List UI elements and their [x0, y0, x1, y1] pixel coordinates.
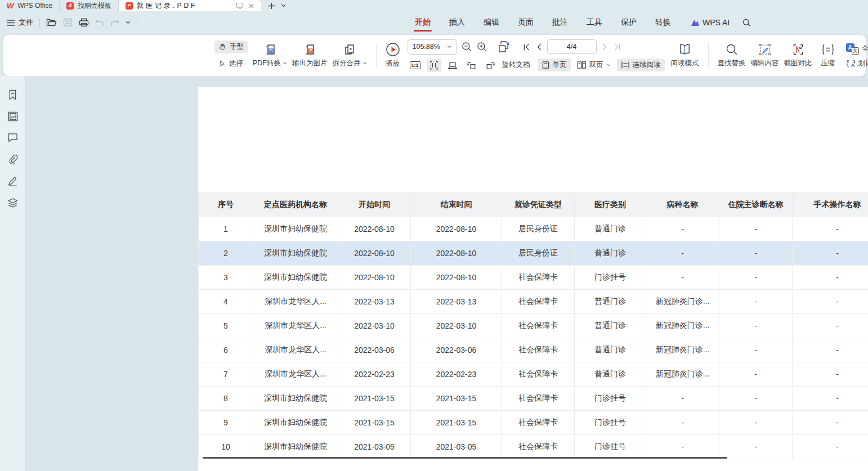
- table-cell: -: [793, 362, 868, 386]
- hand-tool-button[interactable]: 手型: [214, 41, 248, 53]
- split-merge-button[interactable]: 拆分合并: [333, 43, 367, 68]
- wps-ai-label: WPS AI: [703, 18, 730, 27]
- select-tool-button[interactable]: 选择: [214, 57, 248, 70]
- pdf-convert-button[interactable]: PDF转换: [253, 43, 287, 68]
- single-page-button[interactable]: 单页: [538, 59, 571, 71]
- word-translate-button[interactable]: x A 划词翻译: [846, 59, 868, 68]
- zoom-in-button[interactable]: [477, 42, 487, 52]
- ribbon-tab-edit[interactable]: 编辑: [482, 12, 500, 33]
- table-cell: 2022-03-06: [411, 338, 502, 362]
- zoom-out-button[interactable]: [462, 42, 472, 52]
- table-row: 1深圳市妇幼保健院2022-08-102022-08-10居民身份证普通门诊--…: [198, 217, 868, 241]
- actual-size-button[interactable]: 1:1: [408, 60, 423, 71]
- close-tab-icon[interactable]: [248, 3, 254, 9]
- next-page-button[interactable]: [601, 43, 609, 51]
- continuous-read-label: 连续阅读: [633, 60, 661, 70]
- tab-docer-templates[interactable]: d 找稻壳模板: [60, 0, 119, 11]
- table-cell: 2021-03-15: [338, 411, 411, 434]
- table-cell: 深圳市妇幼保健院: [253, 435, 338, 459]
- table-row: 9深圳市妇幼保健院2021-03-152021-03-15社会保障卡门诊挂号--…: [198, 411, 868, 435]
- full-text-translate-button[interactable]: A文 全文翻译: [846, 43, 868, 55]
- table-cell: -: [646, 435, 719, 459]
- bookmarks-icon[interactable]: [8, 89, 17, 100]
- wps-ai-button[interactable]: WPS AI: [691, 18, 730, 27]
- rotate-left-icon: [466, 60, 477, 70]
- present-to-screen-icon[interactable]: [236, 2, 244, 9]
- fit-page-button[interactable]: [445, 59, 460, 72]
- table-row: 7深圳市龙华区人...2022-02-232022-02-23社会保障卡普通门诊…: [198, 362, 868, 387]
- redo-icon[interactable]: [110, 19, 119, 26]
- refresh-pages-button[interactable]: [498, 41, 511, 53]
- table-cell: 2022-08-10: [411, 241, 502, 265]
- print-icon[interactable]: [79, 18, 89, 27]
- rotate-left-button[interactable]: [464, 59, 479, 72]
- table-cell: -: [719, 290, 793, 313]
- hamburger-menu-icon[interactable]: 文件: [7, 17, 33, 28]
- table-cell: 新冠肺炎门诊...: [646, 290, 719, 313]
- table-cell: 社会保障卡: [502, 387, 575, 410]
- last-page-button[interactable]: [613, 43, 621, 51]
- double-page-button[interactable]: 双页: [577, 60, 611, 70]
- table-cell: 社会保障卡: [502, 338, 575, 362]
- tab-list-chevron-icon[interactable]: [281, 4, 286, 7]
- table-cell: 10: [199, 435, 253, 459]
- ribbon-tab-protect[interactable]: 保护: [620, 12, 638, 33]
- ribbon-tab-page[interactable]: 页面: [517, 12, 535, 33]
- zoom-level-select[interactable]: 105.88%: [408, 39, 457, 55]
- file-menu-label: 文件: [19, 17, 33, 28]
- table-cell: 2021-03-15: [411, 411, 502, 434]
- find-replace-button[interactable]: 查找替换: [718, 43, 746, 68]
- ribbon-tab-tools[interactable]: 工具: [585, 12, 603, 33]
- ribbon-tab-comment[interactable]: 批注: [551, 12, 569, 33]
- play-icon: [386, 42, 400, 57]
- open-file-icon[interactable]: [46, 18, 57, 27]
- table-cell: 新冠肺炎门诊...: [646, 314, 719, 338]
- chevron-down-icon: [606, 64, 611, 66]
- svg-text:x: x: [846, 59, 849, 64]
- save-icon[interactable]: [63, 18, 73, 27]
- ribbon-tab-convert[interactable]: 转换: [654, 12, 672, 33]
- table-cell: 门诊挂号: [575, 411, 646, 434]
- ribbon-tab-home[interactable]: 开始: [414, 12, 432, 33]
- new-tab-icon[interactable]: [268, 2, 275, 10]
- continuous-read-button[interactable]: 连续阅读: [617, 59, 665, 71]
- pdf-page[interactable]: 序号 定点医药机构名称 开始时间 结束时间 就诊凭证类型 医疗类别 病种名称 住…: [198, 87, 868, 471]
- tab-wps-office[interactable]: W WPS Office: [0, 0, 60, 11]
- ribbon-search-icon[interactable]: [742, 19, 751, 27]
- table-cell: 2021-03-05: [411, 435, 502, 459]
- table-body: 1深圳市妇幼保健院2022-08-102022-08-10居民身份证普通门诊--…: [198, 217, 868, 459]
- rotate-document-label[interactable]: 旋转文档: [502, 60, 530, 70]
- play-button[interactable]: 播放: [386, 42, 400, 69]
- table-cell: 2021-03-15: [411, 387, 502, 410]
- table-cell: 居民身份证: [502, 241, 575, 265]
- rotate-right-button[interactable]: [483, 59, 498, 72]
- previous-page-button[interactable]: [535, 43, 543, 51]
- export-as-image-button[interactable]: 输出为图片: [292, 43, 328, 68]
- docer-logo-icon: d: [66, 2, 74, 10]
- page-indicator-value: 4/4: [567, 43, 576, 51]
- table-cell: 2022-03-10: [411, 314, 502, 338]
- table-header-cell: 病种名称: [646, 193, 719, 217]
- table-cell: 2022-02-23: [411, 362, 502, 386]
- single-page-icon: [542, 61, 550, 69]
- undo-icon[interactable]: [95, 19, 104, 26]
- horizontal-scrollbar[interactable]: [203, 457, 727, 459]
- ribbon-tabs: 开始 插入 编辑 页面 批注 工具 保护 转换 WPS AI: [414, 11, 751, 34]
- compress-button[interactable]: 压缩: [817, 43, 839, 68]
- table-cell: -: [719, 435, 793, 459]
- screenshot-compare-button[interactable]: 截图对比: [784, 43, 812, 68]
- ribbon-tab-insert[interactable]: 插入: [448, 12, 466, 33]
- edit-content-button[interactable]: 编辑内容: [751, 43, 779, 68]
- comments-icon[interactable]: [7, 133, 18, 142]
- layers-icon[interactable]: [7, 198, 18, 208]
- tab-document-pdf[interactable]: P 就医记录.PDF: [119, 0, 261, 11]
- attachment-icon[interactable]: [7, 154, 18, 164]
- thumbnails-icon[interactable]: [8, 111, 18, 122]
- fit-width-button[interactable]: [427, 59, 441, 72]
- first-page-button[interactable]: [522, 43, 531, 51]
- page-indicator-input[interactable]: 4/4: [547, 39, 597, 54]
- qat-chevron-down-icon[interactable]: [126, 21, 131, 24]
- signature-icon[interactable]: [7, 176, 18, 186]
- chevron-down-icon: [283, 62, 287, 65]
- read-mode-button[interactable]: 阅读模式: [671, 43, 699, 68]
